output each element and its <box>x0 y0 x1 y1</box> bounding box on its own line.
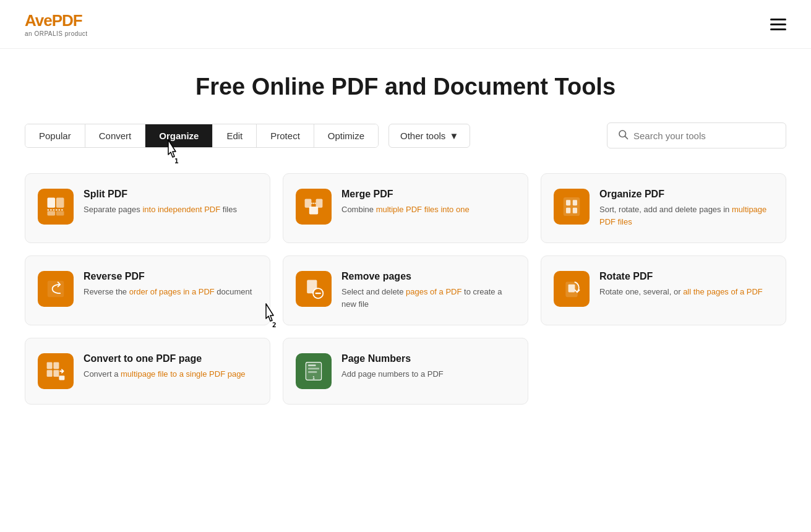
tool-card-rotate-pdf[interactable]: Rotate PDF Rotate one, several, or all t… <box>541 255 786 325</box>
tool-desc-split-pdf: Separate pages into independent PDF file… <box>84 204 237 216</box>
svg-rect-3 <box>48 198 56 208</box>
tool-info-merge-pdf: Merge PDF Combine multiple PDF files int… <box>341 189 470 216</box>
convert-one-page-icon <box>45 360 67 382</box>
svg-text:1: 1 <box>312 375 315 380</box>
tool-name-rotate-pdf: Rotate PDF <box>599 271 763 282</box>
tool-desc-convert-one-page: Convert a multipage file to a single PDF… <box>84 368 246 380</box>
svg-rect-25 <box>53 363 59 369</box>
hamburger-line-3 <box>770 28 786 30</box>
svg-rect-6 <box>48 211 56 215</box>
reverse-pdf-icon <box>45 278 67 300</box>
svg-rect-27 <box>59 375 64 380</box>
hamburger-line-1 <box>770 19 786 20</box>
svg-rect-7 <box>56 211 64 215</box>
tool-card-organize-pdf[interactable]: Organize PDF Sort, rotate, add and delet… <box>541 173 786 243</box>
tool-card-reverse-pdf[interactable]: Reverse PDF Reverse the order of pages i… <box>25 255 270 325</box>
tool-desc-remove-pages: Select and delete pages of a PDF to crea… <box>341 286 515 310</box>
tab-protect[interactable]: Protect <box>257 124 314 147</box>
page-numbers-icon: 1 <box>303 360 325 382</box>
tool-card-split-pdf[interactable]: Split PDF Separate pages into independen… <box>25 173 270 243</box>
rotate-pdf-icon <box>560 278 583 300</box>
tab-convert[interactable]: Convert <box>85 124 146 147</box>
tool-name-convert-one-page: Convert to one PDF page <box>84 353 246 364</box>
tab-group: Popular Convert Organize Edit Protect Op… <box>25 124 379 148</box>
navigation-bar: Popular Convert Organize Edit Protect Op… <box>25 122 786 148</box>
merge-pdf-icon <box>303 195 325 218</box>
tool-name-remove-pages: Remove pages <box>341 271 515 282</box>
logo-ave: Ave <box>25 11 52 30</box>
tab-edit[interactable]: Edit <box>213 124 257 147</box>
tool-desc-rotate-pdf: Rotate one, several, or all the pages of… <box>599 286 763 298</box>
hamburger-menu[interactable] <box>770 19 786 30</box>
svg-rect-9 <box>316 199 323 207</box>
tool-desc-organize-pdf: Sort, rotate, add and delete pages in mu… <box>599 204 773 228</box>
split-pdf-icon <box>45 195 67 218</box>
tool-card-convert-one-page[interactable]: Convert to one PDF page Convert a multip… <box>25 338 270 405</box>
tool-name-organize-pdf: Organize PDF <box>599 189 773 200</box>
svg-rect-23 <box>47 363 53 369</box>
tab-popular[interactable]: Popular <box>25 124 85 147</box>
cursor-pointer-2: 2 <box>260 301 282 331</box>
tool-info-split-pdf: Split PDF Separate pages into independen… <box>84 189 237 216</box>
svg-rect-4 <box>56 198 64 208</box>
other-tools-label: Other tools <box>400 131 445 141</box>
search-icon <box>617 129 629 142</box>
tool-card-remove-pages[interactable]: Remove pages Select and delete pages of … <box>283 255 528 325</box>
tool-icon-bg-reverse-pdf <box>38 271 74 307</box>
tool-info-remove-pages: Remove pages Select and delete pages of … <box>341 271 515 310</box>
svg-rect-16 <box>48 281 63 296</box>
tool-icon-bg-remove-pages <box>296 271 332 307</box>
svg-rect-24 <box>47 370 53 377</box>
svg-rect-32 <box>308 371 317 373</box>
tool-name-page-numbers: Page Numbers <box>341 353 444 364</box>
tool-icon-bg-convert-one-page <box>38 353 74 389</box>
svg-rect-12 <box>566 200 570 205</box>
tool-desc-reverse-pdf: Reverse the order of pages in a PDF docu… <box>84 286 252 298</box>
tab-organize[interactable]: Organize <box>145 124 213 147</box>
svg-text:1: 1 <box>174 157 179 165</box>
tool-info-convert-one-page: Convert to one PDF page Convert a multip… <box>84 353 246 380</box>
site-header: AvePDF an ORPALIS product <box>0 0 811 49</box>
tool-name-split-pdf: Split PDF <box>84 189 237 200</box>
tools-grid: Split PDF Separate pages into independen… <box>25 173 786 405</box>
tool-desc-page-numbers: Add page numbers to a PDF <box>341 368 444 380</box>
tool-card-page-numbers[interactable]: 1 Page Numbers Add page numbers to a PDF <box>283 338 528 405</box>
search-container <box>607 122 786 148</box>
tool-name-merge-pdf: Merge PDF <box>341 189 470 200</box>
svg-rect-13 <box>573 200 577 205</box>
tool-name-reverse-pdf: Reverse PDF <box>84 271 252 282</box>
tool-info-reverse-pdf: Reverse PDF Reverse the order of pages i… <box>84 271 252 298</box>
hamburger-line-2 <box>770 24 786 25</box>
svg-rect-31 <box>308 368 319 370</box>
chevron-down-icon: ▼ <box>449 131 458 141</box>
tool-icon-bg-page-numbers: 1 <box>296 353 332 389</box>
page-title: Free Online PDF and Document Tools <box>25 74 786 100</box>
tab-optimize[interactable]: Optimize <box>314 124 378 147</box>
svg-text:2: 2 <box>272 321 277 328</box>
tool-icon-bg-merge-pdf <box>296 189 332 225</box>
svg-rect-14 <box>566 208 570 213</box>
logo-subtitle: an ORPALIS product <box>25 30 88 37</box>
other-tools-button[interactable]: Other tools ▼ <box>388 124 470 148</box>
svg-rect-30 <box>308 364 316 366</box>
svg-rect-26 <box>53 370 59 377</box>
tool-icon-bg-split-pdf <box>38 189 74 225</box>
tool-info-page-numbers: Page Numbers Add page numbers to a PDF <box>341 353 444 380</box>
tool-icon-bg-rotate-pdf <box>554 271 590 307</box>
organize-pdf-icon <box>560 195 583 218</box>
logo-text: AvePDF <box>25 11 88 30</box>
tool-info-organize-pdf: Organize PDF Sort, rotate, add and delet… <box>599 189 773 228</box>
main-content: Free Online PDF and Document Tools Popul… <box>0 49 811 405</box>
tool-desc-merge-pdf: Combine multiple PDF files into one <box>341 204 470 216</box>
search-input[interactable] <box>633 131 776 141</box>
svg-rect-8 <box>305 199 312 207</box>
tool-icon-bg-organize-pdf <box>554 189 590 225</box>
svg-line-1 <box>625 136 627 139</box>
logo-pdf: PDF <box>52 11 82 30</box>
tool-info-rotate-pdf: Rotate PDF Rotate one, several, or all t… <box>599 271 763 298</box>
tool-card-merge-pdf[interactable]: Merge PDF Combine multiple PDF files int… <box>283 173 528 243</box>
logo[interactable]: AvePDF an ORPALIS product <box>25 11 88 37</box>
svg-rect-15 <box>573 208 577 213</box>
svg-rect-10 <box>309 207 318 215</box>
remove-pages-icon <box>303 278 325 300</box>
